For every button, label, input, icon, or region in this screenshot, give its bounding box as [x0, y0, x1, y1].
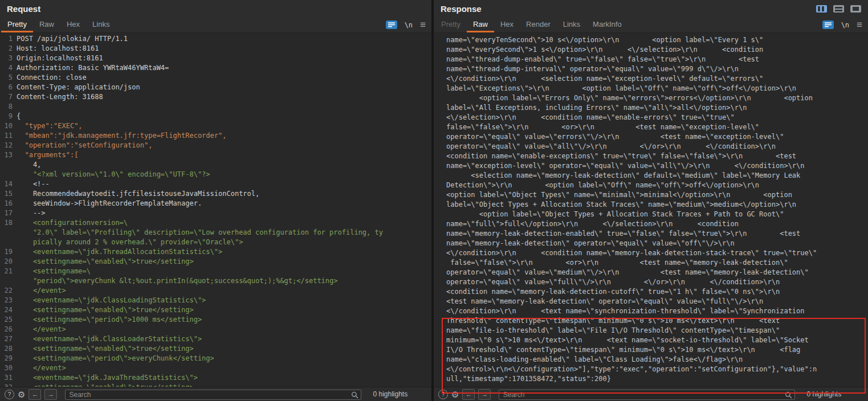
search-prev-button[interactable] — [28, 389, 41, 400]
help-icon[interactable] — [5, 390, 14, 399]
code-line: 4, — [0, 160, 431, 170]
code-line: "<?xml version=\"1.0\" encoding=\"UTF-8\… — [0, 170, 431, 179]
code-line: false=\"false\">\r\n <or>\r\n <test name… — [446, 258, 868, 268]
line-number: 3 — [0, 54, 17, 63]
line-number: 25 — [0, 315, 17, 325]
line-number: 16 — [0, 199, 17, 208]
code-line: 20 <settingname=\"enabled\">true</settin… — [0, 257, 431, 267]
code-line: 28 <settingname=\"enabled\">true</settin… — [0, 344, 431, 354]
layout-columns-icon[interactable] — [816, 5, 827, 13]
code-line: minimum=\"0 s\">10 ms<\/text>\r\n <text … — [446, 335, 868, 345]
line-text: Origin:localhost:8161 — [17, 54, 103, 62]
hamburger-menu-icon[interactable] — [857, 20, 862, 30]
code-line: <condition name=\"enable-exceptions\" tr… — [446, 152, 868, 161]
line-text: "2.0\" label=\"Profiling\" description=\… — [17, 228, 383, 236]
tab[interactable]: Pretty — [435, 17, 467, 32]
tab[interactable]: Hex — [60, 17, 86, 32]
line-number: 31 — [0, 373, 17, 383]
code-line: 7Content-Length: 31688 — [0, 92, 431, 102]
code-line: 3Origin:localhost:8161 — [0, 54, 431, 63]
layout-rows-icon[interactable] — [833, 5, 844, 13]
line-number: 7 — [0, 92, 17, 102]
line-number: 5 — [0, 73, 17, 83]
search-prev-button[interactable] — [462, 389, 475, 400]
line-number: 8 — [0, 102, 17, 112]
line-number: 11 — [0, 131, 17, 141]
tab[interactable]: Links — [86, 17, 116, 32]
line-text: <eventname=\"jdk.JavaThreadStatistics\"> — [17, 374, 198, 382]
word-wrap-icon[interactable] — [822, 21, 834, 29]
line-number: 27 — [0, 334, 17, 344]
search-next-button[interactable] — [478, 389, 491, 400]
line-number: 12 — [0, 141, 17, 150]
line-number: 24 — [0, 305, 17, 315]
newline-toggle[interactable]: \n — [841, 21, 849, 29]
hamburger-menu-icon[interactable] — [420, 20, 426, 30]
code-line: <test name=\"memory-leak-detection\" ope… — [446, 297, 868, 306]
tab[interactable]: MarkInfo — [586, 17, 628, 32]
line-text: <settingname=\"period\">everyChunk</sett… — [17, 354, 214, 362]
response-header: Response — [434, 0, 868, 17]
request-tabbar: Pretty Raw Hex Links \n — [0, 17, 431, 33]
word-wrap-icon[interactable] — [386, 21, 397, 29]
code-line: name=\"exception-level\" operator=\"equa… — [446, 161, 868, 171]
line-number: 1 — [0, 34, 17, 44]
code-line: 1POST /api/jolokia/ HTTP/1.1 — [0, 34, 431, 44]
layout-single-icon[interactable] — [850, 5, 861, 13]
code-line: I\/O Threshold\" contentType=\"timespan\… — [446, 345, 868, 355]
tab[interactable]: Links — [557, 17, 586, 32]
tab-label: Links — [92, 20, 109, 28]
request-header: Request — [0, 0, 431, 17]
line-text: POST /api/jolokia/ HTTP/1.1 — [17, 35, 128, 43]
response-editor[interactable]: name=\"everyTenSecond\">10 s<\/option>\r… — [434, 33, 868, 387]
gear-icon[interactable] — [18, 390, 25, 399]
code-line: 13 "arguments":[ — [0, 150, 431, 160]
search-input[interactable] — [499, 390, 795, 400]
tab-label: Raw — [39, 20, 54, 28]
line-text: "arguments":[ — [17, 151, 78, 159]
line-text: <settingname=\"enabled\">true</setting> — [17, 345, 194, 353]
line-text: <settingname=\"enabled\">true</setting> — [17, 306, 194, 314]
code-line: 29 <settingname=\"period\">everyChunk</s… — [0, 354, 431, 363]
code-line: pically around 2 % overhead.\" provider=… — [0, 238, 431, 247]
code-line: 27 <eventname=\"jdk.ClassLoaderStatistic… — [0, 334, 431, 344]
search-input[interactable] — [65, 390, 361, 400]
line-text: "type":"EXEC", — [17, 122, 83, 130]
line-number: 23 — [0, 296, 17, 305]
request-editor[interactable]: 1POST /api/jolokia/ HTTP/1.1 2Host: loca… — [0, 33, 431, 387]
line-text: { — [17, 112, 21, 120]
line-number: 19 — [0, 247, 17, 257]
help-icon[interactable] — [438, 390, 448, 399]
request-title: Request — [7, 4, 40, 14]
code-line: 23 <eventname=\"jdk.ClassLoadingStatisti… — [0, 296, 431, 305]
tab-label: Render — [526, 20, 551, 28]
code-line: <\/control>\r\n<\/configuration>"],"type… — [446, 365, 868, 374]
code-line: 14 <!-- — [0, 179, 431, 189]
code-line: 2Host: localhost:8161 — [0, 44, 431, 54]
response-title: Response — [441, 4, 482, 14]
tab[interactable]: Pretty — [1, 17, 33, 32]
tab[interactable]: Raw — [33, 17, 60, 32]
layout-controls — [816, 5, 861, 13]
gear-icon[interactable] — [451, 390, 459, 399]
line-text: <eventname=\"jdk.ThreadAllocationStatist… — [17, 248, 222, 256]
tab[interactable]: Raw — [467, 17, 494, 32]
line-number: 17 — [0, 208, 17, 218]
tab-label: MarkInfo — [593, 20, 622, 28]
line-text: <!-- — [17, 180, 50, 188]
tab[interactable]: Render — [520, 17, 557, 32]
newline-toggle[interactable]: \n — [405, 21, 413, 29]
line-number: 29 — [0, 354, 17, 363]
request-tab-tools: \n — [386, 17, 431, 32]
line-number: 14 — [0, 179, 17, 189]
request-search-bar: 0 highlights — [0, 387, 431, 401]
tab-label: Links — [563, 20, 580, 28]
code-line: <option label=\"Object Types\" name=\"mi… — [446, 190, 868, 200]
line-text: Host: localhost:8161 — [17, 44, 99, 52]
line-number: 21 — [0, 267, 17, 276]
line-text: <settingname=\"enabled\">true</setting> — [17, 257, 194, 265]
search-next-button[interactable] — [44, 389, 57, 400]
code-line: ull,"timestamp":1701358472,"status":200} — [446, 374, 868, 384]
tab[interactable]: Hex — [494, 17, 520, 32]
code-line: 30 </event> — [0, 363, 431, 373]
